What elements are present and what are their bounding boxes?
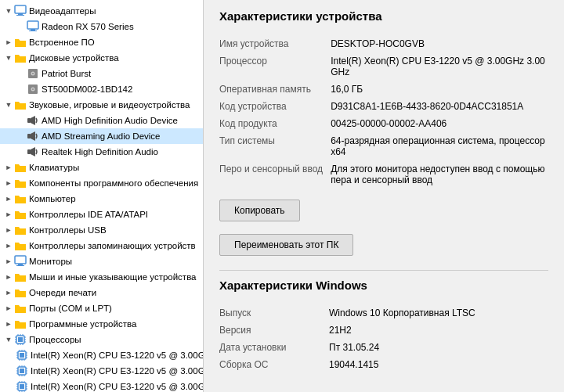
- tree-arrow-builtin: ►: [3, 38, 14, 46]
- svg-rect-18: [15, 256, 26, 264]
- tree-arrow-ideata: ►: [3, 210, 14, 218]
- device-section-title: Характеристики устройства: [219, 9, 548, 26]
- svg-rect-0: [15, 5, 26, 13]
- tree-item-audiodevices[interactable]: ▼Звуковые, игровые и видеоустройства: [0, 97, 203, 113]
- tree-item-processors[interactable]: ▼Процессоры: [0, 332, 203, 347]
- folder-icon: [14, 177, 27, 189]
- device-prop-label-4: Код продукта: [219, 115, 331, 132]
- tree-item-amd-streaming[interactable]: AMD Streaming Audio Device: [0, 128, 203, 144]
- tree-label-realtek-audio: Realtek High Definition Audio: [42, 147, 158, 156]
- svg-marker-15: [31, 131, 35, 141]
- tree-arrow-monitors: ►: [3, 257, 14, 265]
- windows-prop-label-3: Сборка ОС: [219, 356, 329, 373]
- tree-item-patriot[interactable]: Patriot Burst: [0, 66, 203, 81]
- tree-item-cpu1[interactable]: Intel(R) Xeon(R) CPU E3-1220 v5 @ 3.00GH…: [0, 347, 203, 363]
- tree-item-amd-hd-audio[interactable]: AMD High Definition Audio Device: [0, 113, 203, 128]
- rename-button[interactable]: Переименовать этот ПК: [219, 234, 353, 256]
- svg-rect-14: [27, 134, 31, 138]
- device-prop-row-4: Код продукта00425-00000-00002-AA406: [219, 115, 548, 132]
- tree-arrow-storage: ►: [3, 242, 14, 250]
- monitor-icon: [14, 5, 27, 17]
- audio-icon: [27, 146, 39, 158]
- tree-label-queues: Очереди печати: [29, 288, 96, 297]
- tree-item-mice[interactable]: ►Мыши и иные указывающие устройства: [0, 269, 203, 285]
- device-prop-row-6: Перо и сенсорный вводДля этого монитора …: [219, 160, 548, 189]
- tree-arrow-diskdevices: ▼: [3, 54, 14, 62]
- tree-item-videoadapters[interactable]: ▼Видеоадаптеры: [0, 3, 203, 19]
- device-prop-label-3: Код устройства: [219, 98, 331, 115]
- svg-point-8: [32, 73, 34, 74]
- tree-label-processors: Процессоры: [29, 335, 81, 344]
- folder-icon: [14, 208, 27, 221]
- svg-rect-64: [20, 384, 24, 389]
- folder-icon: [14, 286, 27, 299]
- device-prop-value-3: D931C8A1-1E6B-4433-8620-0D4ACC31851A: [331, 98, 548, 115]
- device-prop-row-5: Тип системы64-разрядная операционная сис…: [219, 132, 548, 160]
- tree-item-cpu2[interactable]: Intel(R) Xeon(R) CPU E3-1220 v5 @ 3.00GH…: [0, 363, 203, 379]
- folder-icon: [14, 239, 27, 252]
- cpu-icon: [16, 365, 28, 377]
- tree-item-st500[interactable]: ST500DM002-1BD142: [0, 81, 203, 97]
- svg-rect-36: [20, 353, 24, 358]
- device-prop-row-3: Код устройстваD931C8A1-1E6B-4433-8620-0D…: [219, 98, 548, 115]
- svg-rect-16: [27, 149, 31, 154]
- device-prop-row-0: Имя устройстваDESKTOP-HOC0GVB: [219, 35, 548, 52]
- windows-section-title: Характеристики Windows: [219, 279, 548, 295]
- windows-prop-row-1: Версия21H2: [219, 322, 548, 339]
- tree-item-software[interactable]: ►Компоненты программного обеспечения: [0, 175, 203, 191]
- tree-label-builtin: Встроенное ПО: [29, 38, 95, 47]
- device-tree[interactable]: ▼ВидеоадаптерыRadeon RX 570 Series►Встро…: [0, 0, 204, 392]
- svg-rect-3: [27, 21, 38, 29]
- tree-item-keyboards[interactable]: ►Клавиатуры: [0, 160, 203, 175]
- tree-arrow-audiodevices: ▼: [3, 101, 14, 109]
- device-prop-label-1: Процессор: [219, 52, 331, 81]
- device-prop-label-5: Тип системы: [219, 132, 331, 160]
- tree-item-cpu3[interactable]: Intel(R) Xeon(R) CPU E3-1220 v5 @ 3.00GH…: [0, 379, 203, 392]
- tree-label-patriot: Patriot Burst: [42, 69, 91, 78]
- tree-item-realtek-audio[interactable]: Realtek High Definition Audio: [0, 144, 203, 160]
- tree-item-queues[interactable]: ►Очереди печати: [0, 285, 203, 300]
- svg-rect-12: [27, 118, 31, 123]
- tree-arrow-keyboards: ►: [3, 164, 14, 171]
- svg-rect-2: [16, 15, 24, 16]
- monitor-icon: [14, 255, 27, 268]
- folder-icon: [14, 52, 27, 64]
- svg-point-11: [32, 88, 34, 90]
- tree-item-builtin[interactable]: ►Встроенное ПО: [0, 34, 203, 50]
- svg-rect-20: [16, 265, 24, 266]
- tree-item-ideata[interactable]: ►Контроллеры IDE ATA/ATAPI: [0, 207, 203, 222]
- device-prop-value-5: 64-разрядная операционная система, проце…: [331, 132, 548, 160]
- copy-button[interactable]: Копировать: [219, 200, 300, 221]
- tree-item-usb[interactable]: ►Контроллеры USB: [0, 222, 203, 238]
- windows-prop-value-1: 21H2: [329, 322, 548, 339]
- tree-item-ports[interactable]: ►Порты (COM и LPT): [0, 300, 203, 316]
- device-prop-row-2: Оперативная память16,0 ГБ: [219, 81, 548, 98]
- folder-icon: [14, 224, 27, 236]
- windows-prop-label-1: Версия: [219, 322, 329, 339]
- tree-item-computer[interactable]: ►Компьютер: [0, 191, 203, 207]
- svg-rect-22: [18, 337, 23, 342]
- tree-item-diskdevices[interactable]: ▼Дисковые устройства: [0, 50, 203, 66]
- cpu-icon: [14, 333, 27, 346]
- tree-label-radeon: Radeon RX 570 Series: [42, 22, 134, 31]
- svg-rect-1: [18, 13, 23, 15]
- tree-label-diskdevices: Дисковые устройства: [29, 53, 119, 63]
- tree-arrow-usb: ►: [3, 226, 14, 234]
- tree-item-storage[interactable]: ►Контроллеры запоминающих устройств: [0, 238, 203, 254]
- tree-label-storage: Контроллеры запоминающих устройств: [29, 241, 196, 250]
- tree-label-cpu3: Intel(R) Xeon(R) CPU E3-1220 v5 @ 3.00GH…: [31, 382, 204, 391]
- device-prop-value-0: DESKTOP-HOC0GVB: [331, 35, 548, 52]
- svg-rect-19: [18, 264, 23, 265]
- tree-item-progdevices[interactable]: ►Программные устройства: [0, 316, 203, 332]
- tree-item-monitors[interactable]: ►Мониторы: [0, 254, 203, 269]
- folder-icon: [14, 302, 27, 315]
- tree-label-cpu2: Intel(R) Xeon(R) CPU E3-1220 v5 @ 3.00GH…: [31, 366, 204, 376]
- device-prop-value-1: Intel(R) Xeon(R) CPU E3-1220 v5 @ 3.00GH…: [331, 52, 548, 81]
- device-prop-value-4: 00425-00000-00002-AA406: [331, 115, 548, 132]
- windows-prop-label-2: Дата установки: [219, 339, 329, 356]
- tree-label-cpu1: Intel(R) Xeon(R) CPU E3-1220 v5 @ 3.00GH…: [31, 351, 204, 360]
- audio-icon: [27, 130, 39, 142]
- tree-arrow-queues: ►: [3, 289, 14, 297]
- tree-label-monitors: Мониторы: [29, 257, 72, 266]
- tree-item-radeon[interactable]: Radeon RX 570 Series: [0, 19, 203, 34]
